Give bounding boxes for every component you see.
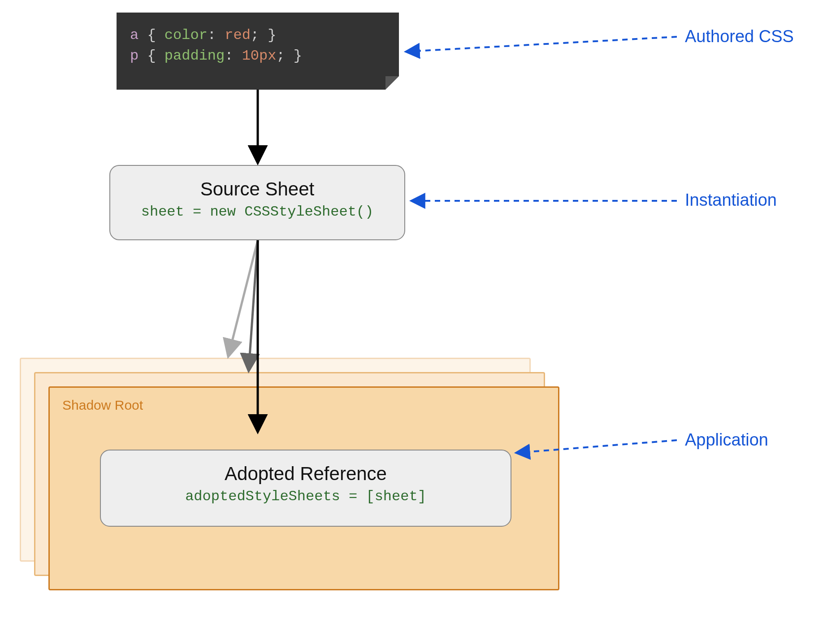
code-selector: a — [130, 27, 139, 43]
annotation-instantiation: Instantiation — [685, 191, 777, 210]
code-brace-close: } — [268, 27, 276, 43]
annotation-arrow-authored — [407, 37, 677, 52]
code-line-1: a { color: red; } — [130, 25, 385, 46]
code-property: color — [165, 27, 208, 43]
arrow-source-to-shadow-back — [229, 240, 258, 355]
arrow-source-to-shadow-mid — [249, 240, 258, 369]
adopted-reference-code: adoptedStyleSheets = [sheet] — [101, 488, 511, 505]
code-semi: ; — [276, 48, 293, 64]
authored-css-box: a { color: red; } p { padding: 10px; } — [117, 13, 399, 90]
diagram-canvas: a { color: red; } p { padding: 10px; } S… — [0, 0, 840, 641]
code-brace-close: } — [294, 48, 302, 64]
code-value: red — [225, 27, 251, 43]
shadow-root-card-front: Shadow Root Adopted Reference adoptedSty… — [48, 386, 559, 590]
code-selector: p — [130, 48, 139, 64]
source-sheet-box: Source Sheet sheet = new CSSStyleSheet() — [109, 165, 405, 240]
adopted-reference-box: Adopted Reference adoptedStyleSheets = [… — [100, 450, 511, 527]
code-value: 10px — [242, 48, 277, 64]
code-property: padding — [165, 48, 225, 64]
code-brace: { — [139, 27, 165, 43]
code-semi: ; — [251, 27, 268, 43]
adopted-reference-title: Adopted Reference — [101, 463, 511, 485]
annotation-application: Application — [685, 430, 768, 450]
shadow-root-label: Shadow Root — [62, 398, 546, 413]
code-colon: : — [225, 48, 242, 64]
source-sheet-code: sheet = new CSSStyleSheet() — [110, 204, 404, 220]
code-line-2: p { padding: 10px; } — [130, 46, 385, 66]
code-colon: : — [208, 27, 225, 43]
annotation-authored-css: Authored CSS — [685, 27, 794, 46]
code-brace: { — [139, 48, 165, 64]
page-fold-icon — [385, 76, 399, 90]
source-sheet-title: Source Sheet — [110, 178, 404, 200]
shadow-root-stack: Shadow Root Adopted Reference adoptedSty… — [20, 358, 559, 586]
